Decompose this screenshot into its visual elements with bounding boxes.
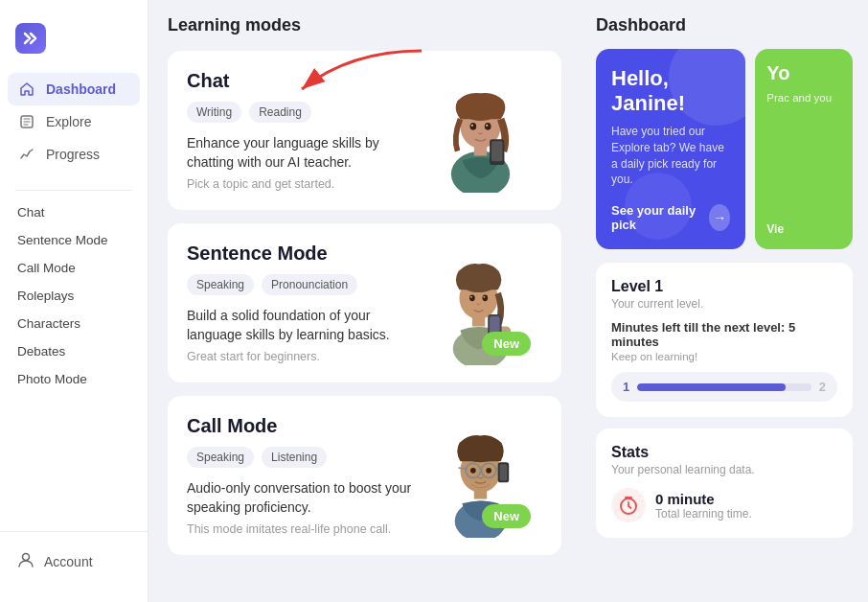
level-sub: Your current level. <box>611 297 837 311</box>
keep-on-text: Keep on learning! <box>611 351 837 362</box>
account-icon <box>17 551 34 571</box>
sidebar-item-dashboard[interactable]: Dashboard <box>8 73 140 105</box>
card-sentence-image: New <box>418 243 542 367</box>
sidebar-explore-label: Explore <box>46 114 91 129</box>
stats-label: Total learning time. <box>655 507 752 521</box>
tag-listening: Listening <box>262 447 327 468</box>
view-button[interactable]: Vie <box>766 222 784 236</box>
card-chat-sub: Pick a topic and get started. <box>187 177 418 191</box>
account-label: Account <box>44 554 93 569</box>
svg-point-11 <box>470 124 472 126</box>
svg-rect-31 <box>473 489 486 498</box>
page-title: Learning modes <box>168 15 561 35</box>
sidebar-item-progress[interactable]: Progress <box>8 138 140 171</box>
progress-bar-wrapper: 1 2 <box>611 372 837 402</box>
card-call-title: Call Mode <box>187 415 418 437</box>
stats-sub: Your personal learning data. <box>611 463 837 476</box>
sidebar-nav-main: Dashboard Explore Progress <box>0 73 148 171</box>
logo-icon <box>15 23 46 54</box>
card-sentence-sub: Great start for beginners. <box>187 350 418 363</box>
greeting-text: Hello, Janine! <box>611 66 730 116</box>
svg-point-21 <box>482 294 488 301</box>
card-chat[interactable]: Chat Writing Reading Enhance your langua… <box>168 51 561 210</box>
svg-rect-6 <box>473 144 486 155</box>
yo-card[interactable]: Yo Prac and you Vie <box>755 49 853 249</box>
sidebar-divider <box>15 190 132 191</box>
right-panel: Dashboard Hello, Janine! Have you tried … <box>581 0 868 602</box>
sidebar: Dashboard Explore Progress Chat Sentence… <box>0 0 148 602</box>
svg-point-23 <box>483 295 485 297</box>
card-call-content: Call Mode Speaking Listening Audio-only … <box>187 415 418 536</box>
sidebar-item-call-mode[interactable]: Call Mode <box>8 254 140 282</box>
card-call-image: New <box>418 415 542 540</box>
sidebar-logo <box>0 15 148 73</box>
svg-point-12 <box>486 124 488 126</box>
progress-from: 1 <box>623 380 629 394</box>
sidebar-item-photo-mode[interactable]: Photo Mode <box>8 365 140 393</box>
card-sentence-tags: Speaking Pronounciation <box>187 274 418 295</box>
main-content: Learning modes Chat Writing Reading Enha… <box>148 0 581 602</box>
daily-pick-button[interactable]: See your daily pick → <box>611 203 730 232</box>
hello-card[interactable]: Hello, Janine! Have you tried our Explor… <box>596 49 745 249</box>
minutes-text: Minutes left till the next level: 5 minu… <box>611 320 837 349</box>
sidebar-item-debates[interactable]: Debates <box>8 337 140 365</box>
tag-reading: Reading <box>249 102 311 123</box>
book-icon <box>17 114 36 129</box>
stats-value: 0 minute <box>655 491 752 507</box>
pick-arrow-icon: → <box>709 204 730 231</box>
card-chat-description: Enhance your language skills by chatting… <box>187 134 418 172</box>
stats-section: Stats Your personal learning data. 0 min… <box>596 428 853 538</box>
svg-point-1 <box>23 554 30 561</box>
sidebar-item-roleplays[interactable]: Roleplays <box>8 282 140 310</box>
stats-text: 0 minute Total learning time. <box>655 491 752 521</box>
card-sentence-description: Build a solid foundation of your languag… <box>187 307 418 344</box>
tag-pronounciation: Pronounciation <box>262 274 357 295</box>
svg-rect-8 <box>491 141 503 161</box>
sidebar-item-sentence-mode[interactable]: Sentence Mode <box>8 226 140 254</box>
sidebar-dashboard-label: Dashboard <box>46 81 116 97</box>
sidebar-account-section: Account <box>0 531 148 587</box>
stats-title: Stats <box>611 444 837 461</box>
card-chat-image <box>418 70 542 195</box>
new-badge-sentence: New <box>482 332 531 356</box>
yo-subtext: Prac and you <box>766 90 841 105</box>
card-call-tags: Speaking Listening <box>187 447 418 468</box>
sidebar-nav-secondary: Chat Sentence Mode Call Mode Roleplays C… <box>0 198 148 531</box>
yo-title: Yo <box>766 62 841 84</box>
sidebar-item-chat[interactable]: Chat <box>8 198 140 226</box>
svg-point-29 <box>469 467 475 473</box>
sidebar-item-explore[interactable]: Explore <box>8 105 140 138</box>
home-icon <box>17 81 36 97</box>
minutes-label: Minutes left till the next level: <box>611 320 785 335</box>
card-sentence-mode[interactable]: Sentence Mode Speaking Pronounciation Bu… <box>168 223 561 382</box>
card-call-mode[interactable]: Call Mode Speaking Listening Audio-only … <box>168 396 561 555</box>
svg-point-22 <box>469 295 471 297</box>
dashboard-title: Dashboard <box>596 15 853 35</box>
tag-writing: Writing <box>187 102 241 123</box>
progress-bar-fill <box>637 383 785 391</box>
account-button[interactable]: Account <box>8 544 140 579</box>
card-chat-tags: Writing Reading <box>187 102 418 123</box>
svg-point-20 <box>469 294 475 301</box>
dashboard-cards-row: Hello, Janine! Have you tried our Explor… <box>596 49 853 249</box>
sidebar-progress-label: Progress <box>46 147 100 162</box>
svg-point-30 <box>486 467 491 473</box>
svg-rect-33 <box>499 464 507 480</box>
tag-call-speaking: Speaking <box>187 447 254 468</box>
card-sentence-title: Sentence Mode <box>187 243 418 265</box>
sidebar-item-characters[interactable]: Characters <box>8 310 140 337</box>
stats-item-time: 0 minute Total learning time. <box>611 488 837 522</box>
svg-rect-17 <box>471 316 484 327</box>
card-sentence-content: Sentence Mode Speaking Pronounciation Bu… <box>187 243 418 363</box>
pick-label: See your daily pick <box>611 203 701 232</box>
tag-speaking: Speaking <box>187 274 254 295</box>
level-title: Level 1 <box>611 278 837 295</box>
timer-icon <box>611 488 646 522</box>
card-chat-title: Chat <box>187 70 418 92</box>
svg-point-10 <box>484 122 491 129</box>
svg-point-9 <box>469 122 476 129</box>
level-section: Level 1 Your current level. Minutes left… <box>596 263 853 417</box>
card-call-description: Audio-only conversation to boost your sp… <box>187 479 418 517</box>
new-badge-call: New <box>482 504 531 528</box>
card-call-sub: This mode imitates real-life phone call. <box>187 522 418 536</box>
